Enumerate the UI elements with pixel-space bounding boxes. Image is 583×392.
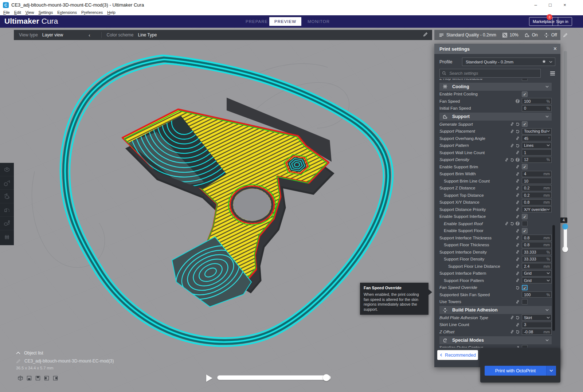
per-model-settings-tool-icon[interactable] <box>0 217 14 230</box>
menu-item-extensions[interactable]: Extensions <box>56 10 78 15</box>
search-input[interactable] <box>449 71 534 76</box>
menu-item-view[interactable]: View <box>24 10 35 15</box>
close-window-button[interactable]: × <box>558 0 571 10</box>
layer-slider-lower-handle[interactable] <box>562 246 568 252</box>
color-scheme-value[interactable]: Line Type <box>138 32 157 38</box>
tab-monitor[interactable]: MONITOR <box>302 17 335 26</box>
tab-preview[interactable]: PREVIEW <box>269 17 301 26</box>
layer-slider-upper-handle[interactable] <box>562 224 568 230</box>
value-field[interactable]: 100% <box>522 98 552 104</box>
camera-right-view-icon[interactable] <box>52 375 58 381</box>
select-field[interactable]: Lines <box>522 142 552 149</box>
object-dimensions: 36.5 x 34.4 x 5.7 mm <box>16 366 114 370</box>
collapse-chevron-icon[interactable]: ‹ <box>89 32 90 38</box>
camera-front-view-icon[interactable] <box>26 375 32 381</box>
view-type-value[interactable]: Layer view <box>42 32 63 38</box>
profile-dropdown[interactable]: Standard Quality - 0.2mm <box>462 58 555 66</box>
value-field[interactable]: 33.333% <box>522 256 552 262</box>
object-list-item[interactable]: CE3_adj-bltouch-mount-3D-mount-EC-mod(3) <box>16 357 114 365</box>
edit-settings-pencil-icon[interactable] <box>563 33 568 38</box>
value-field[interactable]: 0.2mm <box>522 192 552 198</box>
value-field[interactable]: 0.8mm <box>522 242 552 248</box>
object-list-toggle[interactable]: Object list <box>16 349 114 357</box>
checkbox[interactable]: ✓ <box>522 164 528 169</box>
checkbox[interactable] <box>522 221 528 226</box>
rotate-tool-icon[interactable] <box>0 190 14 203</box>
settings-category-header[interactable]: Support <box>439 113 552 121</box>
checkbox[interactable]: ✓ <box>522 214 528 219</box>
value-cell: 10 <box>522 178 552 184</box>
value-field[interactable]: 45° <box>522 135 552 141</box>
select-field[interactable]: Grid <box>522 277 552 283</box>
settings-category-header[interactable]: Special Modes <box>439 336 552 344</box>
simulation-play-button[interactable] <box>206 375 212 382</box>
value-field[interactable]: 0% <box>522 105 552 111</box>
select-field[interactable]: Grid <box>522 270 552 277</box>
close-icon[interactable]: × <box>553 46 557 52</box>
settings-summary-bar[interactable]: Standard Quality - 0.2mm 10% On Off <box>434 30 560 40</box>
menu-item-file[interactable]: File <box>2 10 11 15</box>
print-with-octoprint-button[interactable]: Print with OctoPrint <box>485 366 556 376</box>
checkbox[interactable]: ✓ <box>522 228 528 234</box>
value-cell <box>522 221 552 226</box>
chevron-down-icon <box>545 339 549 341</box>
value-field[interactable]: 33.333% <box>522 249 552 255</box>
path-slider[interactable] <box>217 375 331 380</box>
camera-left-view-icon[interactable] <box>44 375 50 381</box>
link-icon <box>516 150 520 154</box>
settings-category-header[interactable]: Cooling <box>439 83 552 91</box>
revert-icon[interactable] <box>516 330 520 334</box>
support-blocker-tool-icon[interactable] <box>0 230 14 244</box>
value-field[interactable]: 0.8mm <box>522 199 552 205</box>
checkbox[interactable] <box>522 299 528 305</box>
value-field[interactable]: 0.2mm <box>522 185 552 191</box>
camera-top-view-icon[interactable] <box>35 375 41 381</box>
checkbox[interactable]: ✓ <box>522 121 528 127</box>
revert-icon[interactable] <box>510 158 514 162</box>
checkbox[interactable] <box>522 79 528 81</box>
output-device-chevron-icon[interactable] <box>546 366 556 376</box>
checkbox[interactable]: ✓ <box>522 91 528 97</box>
settings-scrollbar[interactable] <box>552 225 555 331</box>
print-settings-header[interactable]: Print settings × <box>434 44 560 54</box>
signin-button[interactable]: Sign in <box>552 17 572 26</box>
menu-item-edit[interactable]: Edit <box>13 10 22 15</box>
revert-icon[interactable] <box>516 286 520 290</box>
camera-3d-view-icon[interactable] <box>17 375 23 381</box>
recommended-button[interactable]: Recommended <box>437 350 478 360</box>
value-field[interactable]: 2.4mm <box>522 263 552 269</box>
select-field[interactable]: Skirt <box>522 314 552 321</box>
revert-icon[interactable] <box>516 144 520 148</box>
revert-icon[interactable] <box>516 122 520 126</box>
menu-item-preferences[interactable]: Preferences <box>80 10 104 15</box>
value-field[interactable]: -0.08mm <box>522 329 552 335</box>
checkbox[interactable] <box>522 345 528 348</box>
menu-item-settings[interactable]: Settings <box>37 10 54 15</box>
setting-visibility-menu-icon[interactable] <box>550 71 555 76</box>
select-field[interactable]: X/Y overrides Z <box>522 206 552 212</box>
path-slider-handle[interactable] <box>323 374 330 381</box>
revert-icon[interactable] <box>516 129 520 133</box>
tab-prepare[interactable]: PREPARE <box>240 17 273 26</box>
legend-pencil-icon[interactable] <box>423 32 428 38</box>
move-tool-icon[interactable] <box>0 163 14 176</box>
value-field[interactable]: 3 <box>522 322 552 328</box>
checkbox[interactable]: ✓ <box>522 285 528 290</box>
scale-tool-icon[interactable] <box>0 176 14 190</box>
value-field[interactable]: 10 <box>522 178 552 184</box>
value-field[interactable]: 4mm <box>522 171 552 177</box>
value-field[interactable]: 0.8mm <box>522 235 552 241</box>
menu-item-help[interactable]: Help <box>106 10 117 15</box>
value-field[interactable]: 100% <box>522 291 552 298</box>
value-field[interactable]: 1 <box>522 149 552 156</box>
revert-icon[interactable] <box>510 222 514 226</box>
setting-label: Initial Fan Speed <box>439 106 520 110</box>
mirror-tool-icon[interactable] <box>0 203 14 217</box>
minimize-button[interactable]: – <box>529 0 542 10</box>
value-field[interactable]: 12% <box>522 157 552 163</box>
maximize-button[interactable]: □ <box>544 0 557 10</box>
settings-category-header[interactable]: Build Plate Adhesion <box>439 306 552 314</box>
select-field[interactable]: Touching Buildplate <box>522 128 552 134</box>
favorite-star-icon[interactable] <box>542 59 546 64</box>
revert-icon[interactable] <box>516 315 520 320</box>
